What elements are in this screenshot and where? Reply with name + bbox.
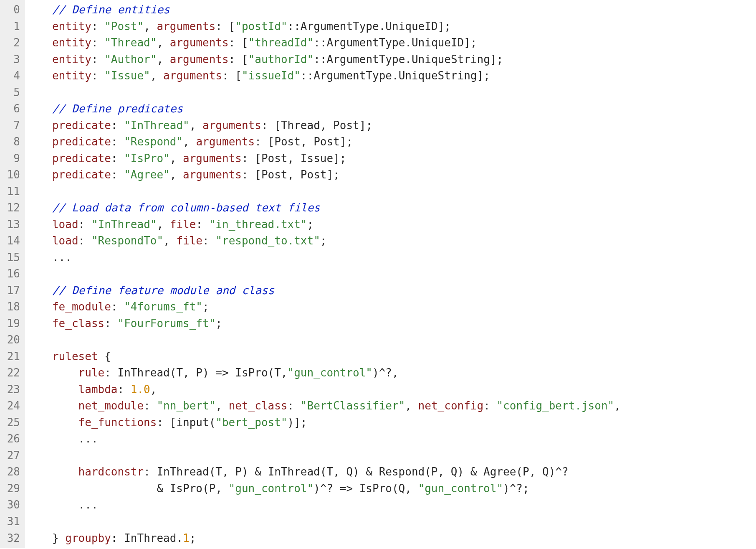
token-num: 1.0 (131, 383, 150, 396)
token-txt: , (215, 399, 228, 412)
line-number: 32 (3, 530, 20, 547)
token-txt: : (111, 168, 124, 181)
token-str: "Post" (104, 20, 144, 33)
token-txt: : (118, 383, 131, 396)
token-txt: : [Post, Issue]; (242, 152, 346, 165)
line-number: 1 (3, 18, 20, 35)
token-str: "BertClassifier" (301, 399, 405, 412)
token-txt: : [ (229, 53, 248, 66)
token-txt (33, 3, 52, 16)
token-txt: : (78, 218, 91, 231)
code-line: predicate: "Agree", arguments: [Post, Po… (33, 167, 756, 183)
token-txt: , (157, 36, 169, 49)
code-line: // Define predicates (33, 101, 756, 117)
token-key: fe_class (52, 317, 104, 330)
token-txt (33, 300, 52, 313)
token-str: "4forums_ft" (124, 300, 202, 313)
token-txt: : (202, 234, 215, 247)
token-comment: // Define predicates (52, 102, 183, 115)
token-txt: & IsPro(P, (33, 482, 229, 495)
token-key: arguments (183, 152, 242, 165)
code-line: ... (33, 249, 756, 266)
token-key: predicate (52, 152, 111, 165)
token-comment: // Define feature module and class (52, 284, 274, 297)
token-txt (33, 20, 52, 33)
token-txt: : [Thread, Post]; (261, 119, 372, 132)
token-key: arguments (170, 53, 229, 66)
token-txt: ; (320, 234, 327, 247)
code-line: load: "InThread", file: "in_thread.txt"; (33, 216, 756, 233)
line-number: 31 (3, 513, 20, 530)
line-number: 25 (3, 414, 20, 431)
token-txt (33, 152, 52, 165)
code-line (33, 84, 756, 101)
token-str: "Thread" (104, 36, 157, 49)
token-txt: ::ArgumentType.UniqueID]; (314, 36, 477, 49)
line-number: 0 (3, 2, 20, 18)
token-txt: , (170, 168, 183, 181)
token-str: "gun_control" (418, 482, 503, 495)
code-line: fe_functions: [input("bert_post")]; (33, 414, 756, 431)
token-txt: ... (33, 498, 98, 511)
token-txt: : (111, 135, 124, 148)
token-txt (33, 399, 78, 412)
token-txt: : [ (229, 36, 248, 49)
token-txt: : (483, 399, 496, 412)
token-key: predicate (52, 135, 111, 148)
token-txt (33, 135, 52, 148)
token-comment: // Load data from column-based text file… (52, 201, 320, 214)
token-txt: : [ (215, 20, 235, 33)
token-txt: : (144, 399, 157, 412)
token-txt (33, 218, 52, 231)
line-number: 30 (3, 497, 20, 513)
token-key: groupby (65, 532, 111, 544)
token-str: "Author" (104, 53, 157, 66)
token-txt: ::ArgumentType.UniqueString]; (301, 69, 490, 82)
token-key: entity (52, 36, 91, 49)
token-str: "authorId" (248, 53, 314, 66)
token-txt (33, 201, 52, 214)
token-txt: : (111, 300, 124, 313)
line-number: 29 (3, 480, 20, 497)
token-txt: , (183, 135, 196, 148)
token-key: hardconstr (78, 465, 144, 478)
token-txt (33, 317, 52, 330)
token-txt: : (196, 218, 209, 231)
token-txt: , (150, 69, 163, 82)
token-str: "RespondTo" (91, 234, 163, 247)
token-txt: , (170, 152, 183, 165)
line-number: 26 (3, 431, 20, 447)
token-comment: // Define entities (52, 3, 170, 16)
token-txt: ::ArgumentType.UniqueString]; (314, 53, 503, 66)
line-number: 9 (3, 150, 20, 167)
token-txt: , (163, 234, 176, 247)
token-str: "Agree" (124, 168, 170, 181)
token-str: "InThread" (91, 218, 157, 231)
line-number: 28 (3, 464, 20, 480)
token-key: arguments (157, 20, 215, 33)
token-num: 1 (183, 532, 190, 544)
code-line (33, 266, 756, 282)
token-key: lambda (78, 383, 118, 396)
token-str: "InThread" (124, 119, 190, 132)
token-key: arguments (202, 119, 261, 132)
token-txt: ... (33, 251, 72, 264)
code-line: ruleset { (33, 348, 756, 365)
token-txt (33, 416, 78, 429)
token-txt (33, 515, 39, 528)
token-str: "nn_bert" (157, 399, 215, 412)
token-key: arguments (196, 135, 255, 148)
code-area: // Define entities entity: "Post", argum… (25, 0, 756, 548)
token-str: "postId" (235, 20, 287, 33)
code-line: fe_module: "4forums_ft"; (33, 299, 756, 315)
line-number: 3 (3, 51, 20, 68)
token-txt: )]; (288, 416, 307, 429)
code-line (33, 447, 756, 464)
code-line: hardconstr: InThread(T, P) & InThread(T,… (33, 464, 756, 480)
token-txt: ; (307, 218, 314, 231)
line-number: 8 (3, 134, 20, 150)
token-str: "IsPro" (124, 152, 170, 165)
code-line: rule: InThread(T, P) => IsPro(T,"gun_con… (33, 365, 756, 381)
token-txt (33, 86, 39, 99)
token-str: "config_bert.json" (496, 399, 614, 412)
